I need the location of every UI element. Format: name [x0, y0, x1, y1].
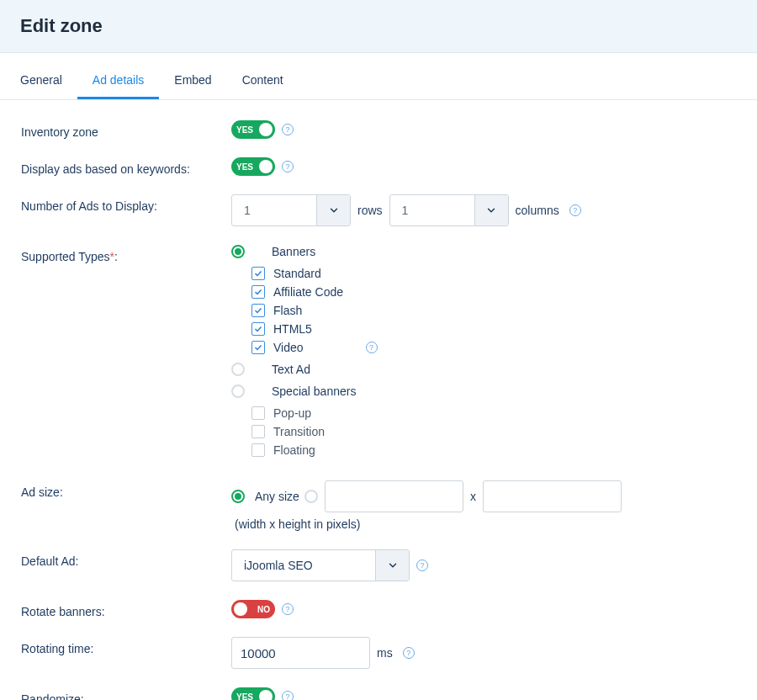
type-group-special: Special banners [231, 384, 737, 398]
radio-any-size[interactable] [231, 490, 245, 503]
radio-any-size-label: Any size [255, 490, 299, 503]
checkbox-video[interactable] [251, 341, 265, 354]
tab-ad-details[interactable]: Ad details [77, 61, 159, 99]
check-video-row: Video ? [251, 341, 737, 354]
label-supported-types: Supported Types*: [21, 245, 231, 263]
row-ad-size: Ad size: Any size x (width x height in p… [21, 480, 737, 531]
required-marker: * [110, 250, 114, 263]
label-rotating-time: Rotating time: [21, 637, 231, 655]
help-icon[interactable]: ? [366, 342, 378, 353]
select-default-ad[interactable]: iJoomla SEO [231, 549, 410, 581]
toggle-knob [234, 602, 247, 616]
tab-content[interactable]: Content [227, 61, 299, 99]
toggle-knob [259, 123, 273, 136]
checkbox-floating[interactable] [251, 443, 265, 457]
row-inventory-zone: Inventory zone YES ? [21, 120, 737, 139]
checkbox-flash[interactable] [251, 304, 265, 317]
chevron-down-icon [316, 195, 350, 225]
label-columns: columns [516, 204, 559, 217]
select-columns[interactable]: 1 [389, 194, 509, 226]
page-title: Edit zone [20, 15, 737, 37]
chevron-down-icon [474, 195, 508, 225]
row-rotating-time: Rotating time: ms ? [21, 637, 737, 669]
checkbox-floating-label: Floating [273, 443, 315, 457]
label-rows: rows [357, 204, 383, 217]
select-rows-value: 1 [232, 204, 316, 217]
check-html5-row: HTML5 [251, 322, 737, 336]
checkbox-html5[interactable] [251, 322, 265, 336]
help-icon[interactable]: ? [282, 691, 294, 700]
supported-types-block: Banners Standard Affiliate Code Flash HT… [231, 245, 737, 462]
radio-text-ad[interactable] [231, 363, 245, 376]
radio-banners[interactable] [231, 245, 245, 258]
type-group-text-ad: Text Ad [231, 363, 737, 376]
checkbox-standard[interactable] [251, 267, 265, 280]
page-header: Edit zone [0, 0, 757, 53]
check-transition-row: Transition [251, 425, 737, 438]
radio-banners-label: Banners [272, 245, 315, 258]
label-display-keywords: Display ads based on keywords: [21, 157, 231, 176]
checkbox-affiliate-label: Affiliate Code [273, 285, 343, 299]
label-default-ad: Default Ad: [21, 549, 231, 568]
help-icon[interactable]: ? [569, 204, 581, 216]
checkbox-popup-label: Pop-up [273, 406, 311, 420]
chevron-down-icon [375, 550, 409, 581]
toggle-knob [259, 690, 273, 700]
check-popup-row: Pop-up [251, 406, 737, 420]
help-icon[interactable]: ? [282, 161, 294, 172]
toggle-knob [259, 160, 273, 173]
label-num-ads: Number of Ads to Display: [21, 194, 231, 213]
tab-embed[interactable]: Embed [159, 61, 226, 99]
checkbox-standard-label: Standard [273, 267, 321, 280]
radio-text-ad-label: Text Ad [272, 363, 310, 376]
row-default-ad: Default Ad: iJoomla SEO ? [21, 549, 737, 581]
input-width[interactable] [325, 480, 463, 512]
radio-special[interactable] [231, 384, 245, 398]
select-columns-value: 1 [390, 204, 474, 217]
toggle-display-keywords[interactable]: YES [231, 157, 275, 176]
row-randomize: Randomize: YES ? [21, 687, 737, 700]
select-default-ad-value: iJoomla SEO [232, 559, 375, 572]
select-rows[interactable]: 1 [231, 194, 351, 226]
toggle-randomize[interactable]: YES [231, 687, 275, 700]
help-icon[interactable]: ? [403, 647, 415, 659]
label-randomize: Randomize: [21, 687, 231, 700]
help-icon[interactable]: ? [282, 603, 294, 615]
toggle-inventory-zone[interactable]: YES [231, 120, 275, 139]
tab-general[interactable]: General [20, 61, 77, 99]
help-icon[interactable]: ? [282, 124, 294, 135]
row-display-keywords: Display ads based on keywords: YES ? [21, 157, 737, 176]
checkbox-affiliate[interactable] [251, 285, 265, 299]
hint-wh: (width x height in pixels) [235, 517, 360, 531]
radio-special-label: Special banners [272, 384, 356, 398]
row-rotate-banners: Rotate banners: NO ? [21, 600, 737, 618]
checkbox-video-label: Video [273, 341, 304, 354]
radio-custom-size[interactable] [304, 490, 318, 503]
check-floating-row: Floating [251, 443, 737, 457]
checkbox-popup[interactable] [251, 406, 265, 420]
tab-bar: General Ad details Embed Content [0, 61, 757, 100]
row-num-ads: Number of Ads to Display: 1 rows 1 colum… [21, 194, 737, 226]
check-standard-row: Standard [251, 267, 737, 280]
label-ad-size: Ad size: [21, 480, 231, 499]
label-inventory-zone: Inventory zone [21, 120, 231, 139]
form: Inventory zone YES ? Display ads based o… [0, 100, 757, 700]
toggle-rotate-banners[interactable]: NO [231, 600, 275, 618]
type-group-banners: Banners [231, 245, 737, 258]
checkbox-flash-label: Flash [273, 304, 302, 317]
input-height[interactable] [483, 480, 622, 512]
label-x: x [470, 490, 476, 503]
label-rotate-banners: Rotate banners: [21, 600, 231, 618]
checkbox-transition-label: Transition [273, 425, 325, 438]
checkbox-html5-label: HTML5 [273, 322, 312, 336]
label-ms: ms [377, 646, 393, 660]
help-icon[interactable]: ? [416, 559, 428, 571]
check-affiliate-row: Affiliate Code [251, 285, 737, 299]
input-rotating-time[interactable] [231, 637, 370, 669]
checkbox-transition[interactable] [251, 425, 265, 438]
row-supported-types: Supported Types*: Banners Standard Affil… [21, 245, 737, 462]
check-flash-row: Flash [251, 304, 737, 317]
